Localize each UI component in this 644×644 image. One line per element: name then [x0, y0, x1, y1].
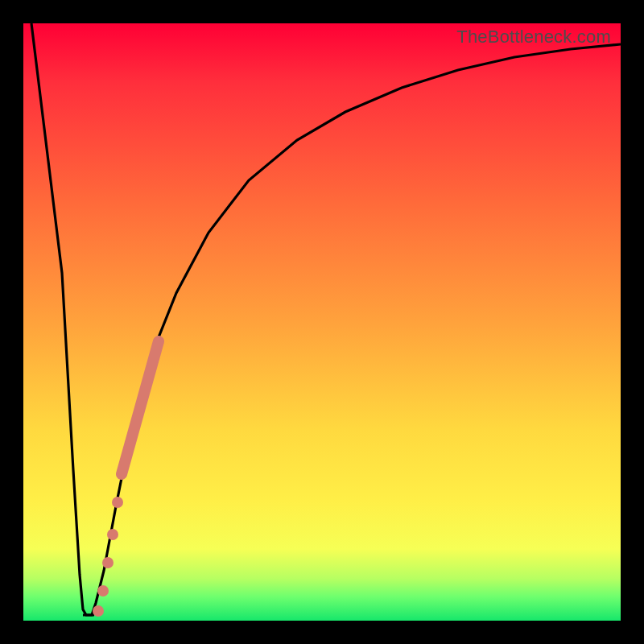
- marker-dot: [97, 585, 109, 597]
- marker-dot: [102, 557, 114, 568]
- marker-thick-segment: [122, 341, 159, 474]
- bottleneck-curve: [31, 23, 621, 615]
- chart-svg: [23, 23, 621, 621]
- chart-frame: TheBottleneck.com: [0, 0, 644, 644]
- plot-area: TheBottleneck.com: [23, 23, 621, 621]
- marker-dot: [93, 605, 104, 617]
- marker-dot: [112, 497, 123, 508]
- marker-dot: [107, 529, 118, 540]
